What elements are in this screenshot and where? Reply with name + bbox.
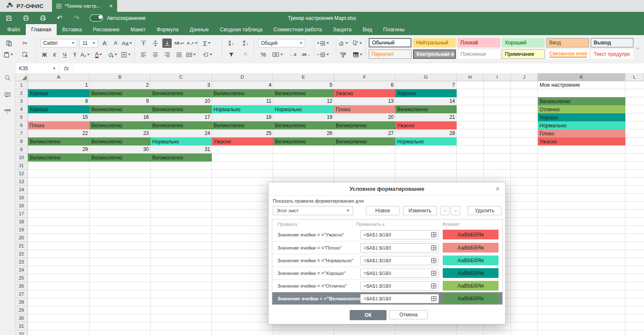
column-header-K[interactable]: K — [538, 73, 625, 81]
row-header-16[interactable]: 16 — [15, 202, 28, 210]
cell-E7[interactable]: 26 — [273, 129, 334, 137]
cell-style-input[interactable]: Ввод — [546, 38, 589, 47]
cell-K4[interactable]: Отлично — [538, 105, 625, 113]
row-header-31[interactable]: 31 — [15, 322, 28, 330]
row-header-14[interactable]: 14 — [15, 186, 28, 194]
cell-A5[interactable]: 15 — [28, 113, 90, 121]
column-header-D[interactable]: D — [212, 73, 273, 81]
cell-style-check-cell[interactable]: Контрольная я — [413, 49, 456, 59]
row-header-1[interactable]: 1 — [15, 81, 28, 89]
column-header-H[interactable]: H — [457, 73, 484, 81]
cell-F2[interactable]: Ужасно — [334, 89, 395, 97]
cell-C10[interactable]: Великолепно — [151, 154, 212, 162]
sort-descending-button[interactable]: ЯА ↓ — [241, 38, 250, 48]
formula-input[interactable] — [73, 63, 644, 73]
cell-C5[interactable]: 17 — [151, 113, 212, 121]
cell-E2[interactable]: Великолепно — [273, 89, 334, 97]
cell-A8[interactable]: Великолепно — [28, 137, 90, 146]
cell-C6[interactable]: Великолепно — [151, 121, 212, 129]
filter-button[interactable] — [227, 50, 236, 59]
menu-tab-pivot[interactable]: Сводная таблица — [214, 24, 268, 35]
cell-G3[interactable]: 14 — [395, 97, 457, 105]
decrease-decimal-button[interactable]: ←.0 — [288, 50, 298, 59]
merge-cells-button[interactable] — [186, 50, 196, 59]
row-header-15[interactable]: 15 — [15, 194, 28, 202]
cell-B2[interactable]: Великолепно — [90, 89, 151, 97]
cf-rule-row-terrible[interactable]: Значение ячейки = ="Ужасно"=$A$1:$G$9АаB… — [272, 228, 502, 241]
row-header-23[interactable]: 23 — [15, 258, 28, 266]
cell-style-good[interactable]: Хороший — [502, 38, 545, 47]
cell-C9[interactable]: 31 — [151, 146, 212, 153]
menu-tab-view[interactable]: Вид — [357, 24, 378, 35]
cell-G4[interactable]: Великолепно — [395, 105, 457, 113]
cell-B3[interactable]: 9 — [90, 97, 151, 105]
paste-button[interactable] — [3, 50, 13, 59]
cell-B9[interactable]: 30 — [90, 146, 151, 153]
row-header-26[interactable]: 26 — [15, 282, 28, 290]
cell-A1[interactable]: 1 — [28, 81, 90, 89]
cell-A3[interactable]: 8 — [28, 97, 90, 105]
fill-color-button[interactable] — [107, 50, 117, 59]
cell-D2[interactable]: Великолепно — [212, 89, 273, 97]
cell-G8[interactable]: Нормально — [395, 137, 457, 146]
italic-button[interactable]: К — [50, 50, 59, 59]
cell-C3[interactable]: 10 — [151, 97, 212, 105]
cell-E8[interactable]: Великолепно — [273, 137, 334, 146]
delete-cells-button[interactable]: − — [317, 50, 329, 59]
cell-D5[interactable]: 18 — [212, 113, 273, 121]
row-header-11[interactable]: 11 — [15, 162, 28, 170]
clear-filter-button[interactable] — [241, 50, 250, 59]
menu-tab-collaboration[interactable]: Совместная работа — [268, 24, 327, 35]
row-header-25[interactable]: 25 — [15, 274, 28, 282]
select-range-icon[interactable] — [431, 258, 437, 264]
cell-style-output[interactable]: Вывод — [591, 38, 633, 47]
cell-G2[interactable]: Хорошо — [395, 89, 457, 97]
cf-rule-row-excellent[interactable]: Значение ячейки = ="Отлично"=$A$1:$G$9Аа… — [272, 279, 502, 292]
row-header-3[interactable]: 3 — [15, 97, 28, 105]
cell-C2[interactable]: Великолепно — [151, 89, 212, 97]
row-header-21[interactable]: 21 — [15, 242, 28, 250]
cell-D4[interactable]: Нормально — [212, 105, 273, 113]
cell-B6[interactable]: Великолепно — [90, 121, 151, 129]
cf-rule-range-input[interactable]: =$A$1:$G$9 — [360, 243, 439, 253]
cell-A7[interactable]: 22 — [28, 129, 90, 137]
copy-style-button[interactable] — [353, 38, 362, 48]
row-header-10[interactable]: 10 — [15, 154, 28, 162]
increase-decimal-button[interactable]: .00→ — [301, 50, 310, 59]
undo-button[interactable]: ↶ — [54, 13, 65, 23]
print-button[interactable] — [20, 13, 31, 23]
row-header-24[interactable]: 24 — [15, 266, 28, 274]
align-top-button[interactable] — [139, 38, 148, 48]
row-header-9[interactable]: 9 — [15, 146, 28, 154]
rules-scope-select[interactable]: Этот лист — [273, 206, 353, 215]
document-tab[interactable]: *Трекер настр... ✕ — [52, 0, 117, 12]
cell-D1[interactable]: 4 — [212, 81, 273, 89]
new-rule-button[interactable]: Новое — [366, 206, 400, 215]
cell-style-neutral[interactable]: Нейтральный — [413, 38, 456, 47]
cell-style-linked-cell[interactable]: Связанная ячей — [546, 49, 589, 59]
cell-K6[interactable]: Нормально — [538, 121, 625, 129]
dialog-close-icon[interactable]: ✕ — [494, 185, 501, 192]
quick-print-button[interactable] — [37, 13, 48, 23]
align-right-button[interactable] — [162, 50, 172, 59]
cell-K5[interactable]: Хорошо — [538, 113, 625, 121]
autosum-button[interactable]: Σ — [202, 38, 211, 48]
sort-ascending-button[interactable]: АЯ ↓ — [227, 38, 236, 48]
cell-F6[interactable]: Великолепно — [334, 121, 395, 129]
cell-C7[interactable]: 24 — [151, 129, 212, 137]
row-header-12[interactable]: 12 — [15, 170, 28, 178]
fx-icon[interactable]: fx — [59, 65, 73, 71]
cell-G5[interactable]: 21 — [395, 113, 457, 121]
column-header-E[interactable]: E — [273, 73, 334, 81]
column-header-B[interactable]: B — [90, 73, 151, 81]
cf-rule-row-bad[interactable]: Значение ячейки = ="Плохо"=$A$1:$G$9АаBb… — [272, 241, 502, 254]
column-header-G[interactable]: G — [395, 73, 457, 81]
row-header-7[interactable]: 7 — [15, 129, 28, 137]
cell-K8[interactable]: Ужасно — [538, 137, 625, 146]
column-header-C[interactable]: C — [151, 73, 212, 81]
cell-B10[interactable]: Великолепно — [90, 154, 151, 162]
cell-F1[interactable]: 6 — [334, 81, 395, 89]
subscript-button[interactable]: А₂ — [80, 50, 90, 59]
row-header-6[interactable]: 6 — [15, 121, 28, 129]
row-header-17[interactable]: 17 — [15, 210, 28, 218]
